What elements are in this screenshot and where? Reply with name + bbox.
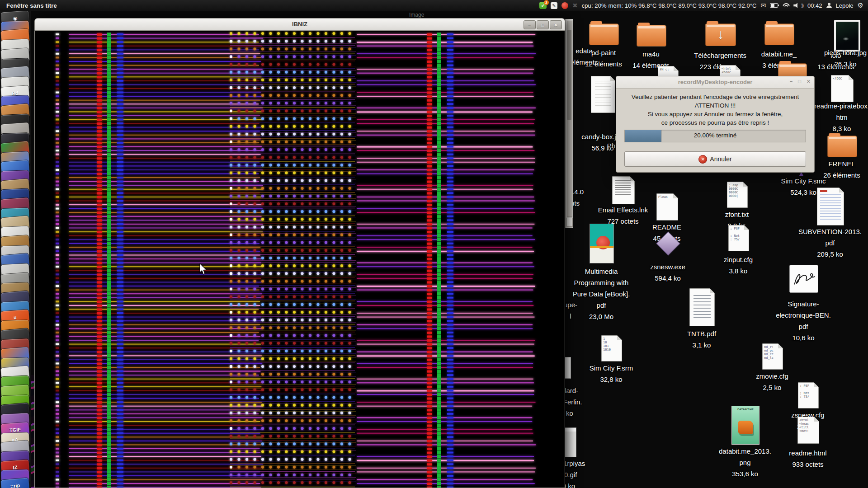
chat-icon[interactable]: ✔2 — [539, 2, 547, 9]
dialog-message-line: ce processus ne pourra pas être repris ! — [620, 118, 811, 127]
encoding-progress-label: 20.00% terminé — [625, 132, 806, 139]
zsnesw-exe-file-icon[interactable] — [655, 230, 680, 256]
subvention-file-icon[interactable] — [817, 188, 844, 225]
ibniz-titlebar[interactable]: IBNIZ − □ ✕ — [34, 18, 565, 31]
telechargements-folder-icon[interactable]: ↓ — [705, 23, 736, 46]
databit-png-file-icon[interactable]: DATABIT.ME — [731, 406, 760, 445]
dialog-close-button[interactable]: ✕ — [807, 79, 811, 84]
background-window-edge — [565, 19, 573, 228]
user-name[interactable]: Lepole — [836, 2, 854, 9]
download-arrow-icon: ↓ — [717, 27, 724, 42]
zmovie-file-icon[interactable]: md_r: md_pc md_cc md_lc — [762, 343, 783, 370]
mail-icon[interactable]: ✉ — [761, 2, 766, 9]
sim-city-srm-file-label[interactable]: Sim City F.srm32,8 ko — [561, 362, 661, 385]
background-scrollbar-thumb[interactable] — [567, 30, 571, 120]
system-stats: cpu: 20% mem: 10% 96.8°C 98.0°C 89.0°C 9… — [582, 2, 757, 9]
candy-box-file-icon[interactable] — [591, 76, 615, 113]
background-window-title: Image — [409, 12, 424, 18]
multimedia-book-file-icon[interactable] — [590, 224, 614, 263]
dialog-titlebar[interactable]: recordMyDesktop-encoder – □ ✕ — [616, 76, 814, 89]
zinput-file-icon[interactable]: ; PSF ; Not : 75/ — [728, 225, 749, 251]
databit-me-folder-icon[interactable] — [764, 23, 794, 45]
cancel-x-icon: ✕ — [698, 155, 707, 164]
top-panel: Fenêtre sans titre ✔2 ✎ ✖ cpu: 20% mem: … — [0, 0, 868, 11]
cancel-button[interactable]: ✕ Annuler — [624, 151, 806, 167]
readme-file-icon[interactable]: Pleas — [656, 193, 678, 221]
dialog-minimize-button[interactable]: – — [790, 79, 793, 84]
signature-file-icon[interactable] — [789, 265, 818, 293]
sim-city-srm-file-icon[interactable]: 1 10 101 1010 — [601, 335, 622, 361]
readme-piratebox-file-icon[interactable]: <!DOC — [831, 75, 854, 102]
dialog-title: recordMyDesktop-encoder — [616, 79, 814, 85]
speaker-waves-icon: )) — [801, 3, 803, 8]
speaker-icon[interactable] — [793, 3, 800, 8]
frenel-folder-icon[interactable] — [827, 136, 857, 157]
tntb-file-icon[interactable] — [689, 288, 715, 326]
ma4u-folder-icon[interactable] — [637, 25, 666, 47]
ibniz-window: IBNIZ − □ ✕ — [34, 18, 565, 488]
zsnesw-cfg-file-icon[interactable]: ; PSF ; Not : 75/ — [798, 382, 819, 408]
compose-icon[interactable]: ✎ — [551, 2, 557, 9]
cancel-button-label: Annuler — [710, 155, 731, 163]
subvention-file-label[interactable]: SUBVENTION-2013.pdf209,5 ko — [780, 226, 868, 260]
encoding-progress-bar: 20.00% terminé — [624, 130, 806, 142]
gear-icon[interactable]: ⚙ — [858, 1, 863, 9]
record-icon[interactable] — [561, 2, 568, 9]
ibniz-content[interactable] — [34, 31, 565, 488]
battery-icon[interactable] — [770, 3, 778, 8]
readme-html-file-label[interactable]: readme.html933 octets — [758, 447, 858, 470]
readme-html-file-icon[interactable]: <html <heac <titl <met: — [797, 417, 819, 444]
zinput-file-label[interactable]: zinput.cfg3,8 ko — [689, 254, 788, 277]
tntb-file-label[interactable]: TNTB.pdf3,1 ko — [652, 328, 751, 351]
wifi-icon[interactable] — [782, 3, 789, 8]
dialog-message-line: Si vous appuyez sur Annuler ou fermez la… — [620, 110, 811, 118]
ibniz-minimize-button[interactable]: − — [524, 20, 536, 29]
email-effects-file-icon[interactable] — [612, 176, 635, 204]
user-icon[interactable] — [826, 3, 832, 8]
signature-file-label[interactable]: Signature-electronique-BEN.pdf10,6 ko — [754, 298, 853, 343]
background-scrollbar-endcap[interactable] — [566, 218, 573, 227]
hidden-gif-sliver — [564, 427, 576, 457]
dock: ◉PduTGIFaAIZ::rip — [0, 11, 31, 488]
session-x-icon[interactable]: ✖ — [572, 2, 578, 9]
ibniz-window-title: IBNIZ — [35, 21, 565, 28]
clock[interactable]: 00:42 — [807, 2, 822, 9]
ibniz-close-button[interactable]: ✕ — [550, 20, 562, 29]
dialog-message: Veuillez patienter pendant l'encodage de… — [620, 93, 811, 127]
ibniz-visualization-canvas[interactable] — [35, 31, 565, 488]
active-window-title: Fenêtre sans titre — [6, 2, 57, 9]
dock-icon-rip[interactable]: ::rip — [0, 477, 30, 488]
dialog-maximize-button[interactable]: □ — [798, 79, 801, 84]
dialog-message-line: Veuillez patienter pendant l'encodage de… — [620, 93, 811, 101]
chat-badge: 2 — [544, 0, 549, 5]
dialog-message-line: ATTENTION !!! — [620, 101, 811, 110]
recordmydesktop-dialog: recordMyDesktop-encoder – □ ✕ Veuillez p… — [616, 76, 815, 173]
zfont-file-icon[interactable]: ; emp 0000C 0000C 0000( — [727, 182, 748, 208]
desktop-screen: edataélémentspd-paint12 élémentsma4u14 é… — [0, 0, 868, 488]
pd-paint-folder-icon[interactable] — [589, 23, 619, 45]
ibniz-maximize-button[interactable]: □ — [537, 20, 549, 29]
